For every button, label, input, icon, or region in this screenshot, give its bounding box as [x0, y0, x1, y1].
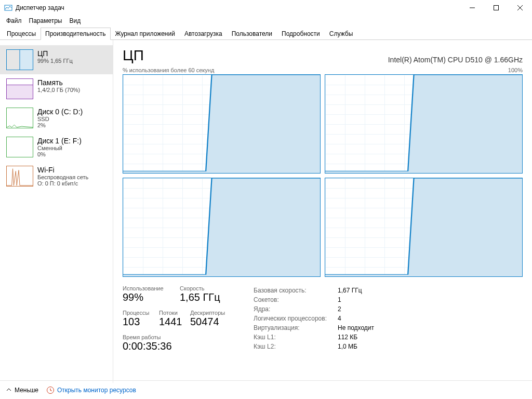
open-resource-monitor-link[interactable]: Открыть монитор ресурсов	[47, 387, 136, 394]
resource-monitor-label: Открыть монитор ресурсов	[57, 387, 136, 394]
sidebar-item-wifi[interactable]: Wi-Fi Беспроводная сеть О: 0 П: 0 кбит/с	[0, 162, 113, 191]
resource-monitor-icon	[47, 387, 54, 394]
sidebar-item-cpu[interactable]: ЦП 99% 1,65 ГГц	[0, 45, 113, 74]
core-v: 2	[338, 305, 374, 313]
cpu-model-name: Intel(R) Atom(TM) CPU D510 @ 1.66GHz	[388, 56, 523, 64]
cpu-graph-lp2	[123, 178, 321, 277]
app-icon	[4, 4, 12, 12]
l1-v: 112 КБ	[338, 333, 374, 341]
l2-v: 1,0 МБ	[338, 342, 374, 351]
svg-rect-0	[5, 5, 12, 10]
tabbar: Процессы Производительность Журнал прило…	[0, 27, 532, 40]
tab-users[interactable]: Пользователи	[227, 28, 277, 40]
sidebar-wifi-title: Wi-Fi	[37, 166, 88, 174]
close-button[interactable]	[508, 0, 532, 16]
titlebar: Диспетчер задач	[0, 0, 532, 16]
util-value: 99%	[123, 291, 180, 303]
disk1-thumb-icon	[6, 137, 33, 157]
sidebar-disk1-sub1: Сменный	[37, 145, 82, 151]
base-l: Базовая скорость:	[254, 286, 337, 295]
hnd-value: 50474	[190, 316, 237, 328]
svg-marker-10	[325, 75, 522, 173]
l1-l: Кэш L1:	[254, 333, 337, 341]
cpu-graph-lp3	[325, 178, 523, 277]
tab-details[interactable]: Подробности	[277, 28, 325, 40]
main-panel: ЦП Intel(R) Atom(TM) CPU D510 @ 1.66GHz …	[113, 40, 532, 383]
speed-value: 1,65 ГГц	[180, 291, 237, 303]
fewer-label: Меньше	[15, 387, 38, 394]
tab-processes[interactable]: Процессы	[2, 28, 41, 40]
sock-l: Сокетов:	[254, 296, 337, 304]
graph-caption-left: % использования более 60 секунд	[123, 67, 214, 73]
proc-label: Процессы	[123, 310, 159, 316]
sidebar-disk1-title: Диск 1 (E: F:)	[37, 137, 82, 145]
proc-value: 103	[123, 316, 159, 328]
sidebar-item-disk1[interactable]: Диск 1 (E: F:) Сменный 0%	[0, 132, 113, 162]
sidebar-disk1-sub2: 0%	[37, 151, 82, 157]
svg-rect-7	[7, 85, 33, 99]
menu-options[interactable]: Параметры	[26, 16, 65, 25]
sidebar: ЦП 99% 1,65 ГГц Память 1,4/2,0 ГБ (70%) …	[0, 40, 113, 383]
chevron-up-icon	[6, 387, 11, 394]
cpu-graph-lp1	[325, 74, 523, 174]
sidebar-wifi-sub2: О: 0 П: 0 кбит/с	[37, 180, 88, 187]
tab-startup[interactable]: Автозагрузка	[180, 28, 227, 40]
sidebar-disk0-sub1: SSD	[37, 116, 83, 122]
tab-app-history[interactable]: Журнал приложений	[111, 28, 180, 40]
sidebar-disk0-title: Диск 0 (C: D:)	[37, 108, 83, 116]
uptime-label: Время работы	[123, 334, 237, 340]
page-title: ЦП	[123, 47, 144, 64]
window-title: Диспетчер задач	[16, 4, 64, 11]
speed-label: Скорость	[180, 285, 237, 291]
disk0-thumb-icon	[6, 108, 33, 128]
log-v: 4	[338, 314, 374, 323]
base-v: 1,67 ГГц	[338, 286, 374, 295]
thr-value: 1441	[159, 316, 190, 328]
sock-v: 1	[338, 296, 374, 304]
sidebar-wifi-sub1: Беспроводная сеть	[37, 174, 88, 180]
graph-caption-right: 100%	[508, 67, 523, 73]
cpu-graph-lp0	[123, 74, 321, 174]
sidebar-mem-title: Память	[37, 78, 80, 87]
svg-rect-2	[494, 6, 499, 10]
content: ЦП 99% 1,65 ГГц Память 1,4/2,0 ГБ (70%) …	[0, 40, 532, 383]
svg-marker-9	[123, 75, 320, 173]
cpu-thumb-icon	[6, 49, 33, 70]
svg-rect-5	[20, 50, 33, 70]
thr-label: Потоки	[159, 310, 190, 316]
sidebar-cpu-title: ЦП	[37, 49, 73, 58]
core-l: Ядра:	[254, 305, 337, 313]
maximize-button[interactable]	[484, 0, 508, 16]
memory-thumb-icon	[6, 78, 33, 99]
svg-marker-12	[325, 178, 522, 276]
virt-l: Виртуализация:	[254, 324, 337, 332]
svg-marker-11	[123, 178, 320, 276]
tab-services[interactable]: Службы	[325, 28, 357, 40]
cpu-graphs	[123, 74, 523, 277]
bottombar: Меньше Открыть монитор ресурсов	[0, 380, 532, 399]
svg-line-14	[50, 390, 51, 391]
sidebar-cpu-sub: 99% 1,65 ГГц	[37, 58, 73, 64]
minimize-button[interactable]	[460, 0, 484, 16]
stats-right: Базовая скорость:1,67 ГГц Сокетов:1 Ядра…	[252, 285, 375, 358]
fewer-details-button[interactable]: Меньше	[6, 387, 38, 394]
menu-view[interactable]: Вид	[66, 16, 84, 25]
l2-l: Кэш L2:	[254, 342, 337, 351]
sidebar-item-disk0[interactable]: Диск 0 (C: D:) SSD 2%	[0, 103, 113, 132]
util-label: Использование	[123, 285, 180, 291]
menu-file[interactable]: Файл	[3, 16, 25, 25]
tab-performance[interactable]: Производительность	[41, 28, 110, 40]
hnd-label: Дескрипторы	[190, 310, 237, 316]
sidebar-item-memory[interactable]: Память 1,4/2,0 ГБ (70%)	[0, 74, 113, 103]
menubar: Файл Параметры Вид	[0, 16, 532, 26]
uptime-value: 0:00:35:36	[123, 340, 237, 352]
sidebar-mem-sub: 1,4/2,0 ГБ (70%)	[37, 87, 80, 93]
sidebar-disk0-sub2: 2%	[37, 122, 83, 128]
wifi-thumb-icon	[6, 166, 33, 187]
stats-left: Использование 99% Скорость 1,65 ГГц Проц…	[123, 285, 237, 358]
log-l: Логических процессоров:	[254, 314, 337, 323]
virt-v: Не подходит	[338, 324, 374, 332]
